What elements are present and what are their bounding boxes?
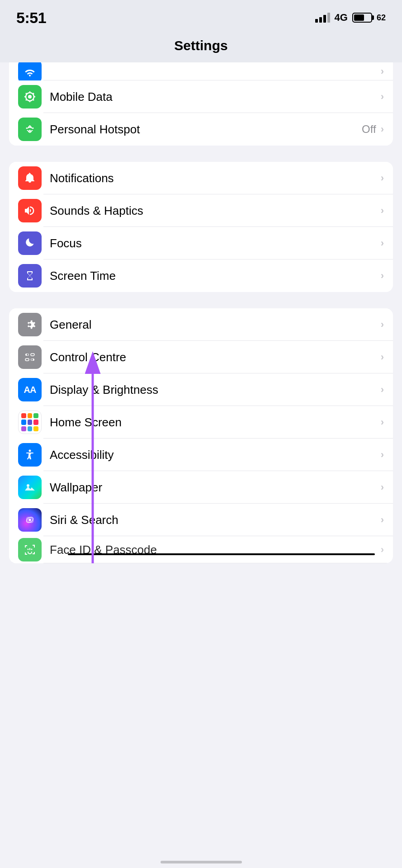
home-screen-icon-wrap [18,410,42,434]
svg-point-20 [28,519,31,521]
notifications-chevron: › [381,172,384,184]
mobile-data-row[interactable]: Mobile Data › [9,80,393,113]
display-icon-wrap: AA [18,378,42,401]
siri-chevron: › [381,514,384,526]
sounds-chevron: › [381,205,384,217]
home-screen-chevron: › [381,416,384,428]
svg-rect-12 [31,354,34,356]
svg-point-22 [31,549,33,550]
sounds-icon-wrap [18,199,42,222]
status-bar: 5:51 4G 62 [0,0,402,32]
wallpaper-icon-wrap [18,476,42,499]
general-label: General [50,318,381,332]
status-right: 4G 62 [315,12,386,24]
focus-label: Focus [50,236,381,250]
wifi-icon [23,65,37,78]
toggles-icon [24,351,36,363]
svg-line-5 [33,99,34,100]
sound-icon [24,204,36,217]
screen-time-chevron: › [381,270,384,282]
network-type: 4G [335,12,348,24]
mobile-data-icon [23,90,37,104]
display-chevron: › [381,384,384,396]
page-title: Settings [174,38,227,53]
display-label: Display & Brightness [50,383,381,397]
moon-icon [24,237,36,250]
svg-point-21 [28,549,29,550]
personal-hotspot-row[interactable]: Personal Hotspot Off › [9,113,393,146]
accessibility-label: Accessibility [50,448,381,462]
wifi-icon-wrap [18,62,42,80]
svg-point-14 [27,354,28,356]
svg-point-15 [31,359,33,361]
mobile-data-label: Mobile Data [50,90,381,104]
siri-icon [23,513,37,527]
signal-bar-3 [323,15,326,23]
siri-icon-wrap [18,508,42,532]
face-id-label: Face ID & Passcode [50,543,381,557]
settings-content: › [0,62,402,563]
focus-chevron: › [381,237,384,249]
focus-icon-wrap [18,231,42,255]
screen-time-label: Screen Time [50,269,381,283]
svg-line-3 [33,93,34,94]
hourglass-icon [24,269,36,282]
svg-point-16 [29,450,31,452]
battery-icon [352,13,372,23]
home-screen-label: Home Screen [50,415,381,429]
signal-bars [315,13,330,23]
svg-rect-11 [25,359,29,361]
connectivity-group: › [9,62,393,146]
wallpaper-icon [24,481,36,493]
notifications-group: Notifications › Sounds & Haptics › [9,162,393,292]
nav-header: Settings [0,32,402,62]
sounds-label: Sounds & Haptics [50,204,381,218]
battery-fill [354,14,364,21]
general-chevron: › [381,319,384,330]
hotspot-icon-wrap [18,118,42,141]
wallpaper-row[interactable]: Wallpaper › [9,471,393,504]
control-centre-row[interactable]: Control Centre › [9,341,393,373]
accessibility-row[interactable]: Accessibility › [9,439,393,471]
svg-line-7 [26,99,27,100]
wifi-chevron: › [381,66,384,77]
wifi-row[interactable]: › [9,62,393,80]
control-centre-icon-wrap [18,345,42,369]
screen-time-row[interactable]: Screen Time › [9,259,393,292]
face-id-chevron: › [381,544,384,556]
siri-label: Siri & Search [50,513,381,527]
home-indicator [161,861,242,863]
focus-row[interactable]: Focus › [9,227,393,259]
screen-time-icon-wrap [18,264,42,288]
accessibility-icon [24,448,36,461]
bell-icon [24,172,36,184]
general-row[interactable]: General › [9,308,393,341]
sounds-haptics-row[interactable]: Sounds & Haptics › [9,194,393,227]
signal-bar-1 [315,19,318,23]
siri-search-row[interactable]: Siri & Search › [9,504,393,536]
face-id-row[interactable]: Face ID & Passcode › [9,536,393,563]
control-centre-label: Control Centre [50,350,381,364]
mobile-data-chevron: › [381,91,384,103]
wallpaper-label: Wallpaper [50,481,381,495]
hotspot-value: Off [362,123,376,136]
wallpaper-chevron: › [381,481,384,493]
gear-icon [24,318,36,331]
display-brightness-row[interactable]: AA Display & Brightness › [9,373,393,406]
battery-container: 62 [352,13,386,23]
display-group: General › Control Centre › [9,308,393,563]
signal-bar-2 [319,17,322,23]
svg-point-1 [28,95,32,99]
battery-percent: 62 [377,13,386,23]
hotspot-label: Personal Hotspot [50,123,362,137]
general-icon-wrap [18,313,42,336]
svg-line-9 [26,93,27,94]
hotspot-chevron: › [381,123,384,135]
home-screen-row[interactable]: Home Screen › [9,406,393,439]
notifications-icon-wrap [18,166,42,190]
face-id-icon-wrap [18,538,42,561]
signal-bar-4 [327,13,330,23]
accessibility-chevron: › [381,449,384,461]
notifications-row[interactable]: Notifications › [9,162,393,194]
notifications-label: Notifications [50,171,381,185]
